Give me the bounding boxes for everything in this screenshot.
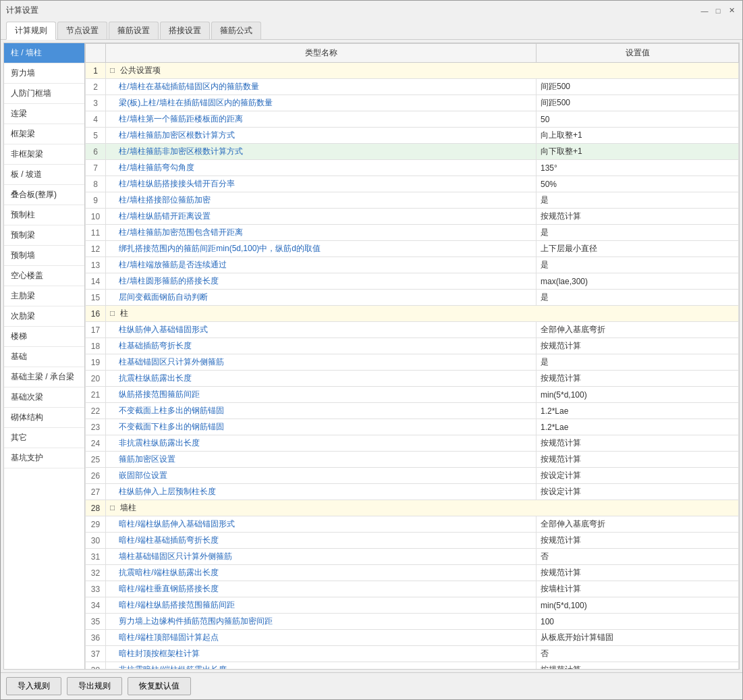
sidebar-item-hollow-floor[interactable]: 空心楼盖 bbox=[4, 266, 84, 286]
close-button[interactable]: ✕ bbox=[726, 5, 737, 16]
table-row[interactable]: 13 柱/墙柱端放箍筋是否连续通过 是 bbox=[86, 257, 739, 273]
table-row[interactable]: 10 柱/墙柱纵筋错开距离设置 按规范计算 bbox=[86, 209, 739, 225]
row-property-value[interactable]: 是 bbox=[536, 192, 739, 209]
collapse-icon[interactable]: □ bbox=[110, 308, 115, 318]
row-property-value[interactable]: 否 bbox=[536, 646, 739, 662]
tab-stirrup-formula[interactable]: 箍筋公式 bbox=[211, 22, 261, 39]
table-row[interactable]: 31 墙柱基础锚固区只计算外侧箍筋 否 bbox=[86, 549, 739, 565]
row-property-value[interactable]: 按墙柱计算 bbox=[536, 581, 739, 597]
row-property-value[interactable]: 上下层最小直径 bbox=[536, 241, 739, 257]
row-property-value[interactable]: 1.2*Lae bbox=[536, 403, 739, 419]
table-row[interactable]: 32 抗震暗柱/端柱纵筋露出长度 按规范计算 bbox=[86, 565, 739, 581]
row-property-value[interactable]: 100 bbox=[536, 614, 739, 630]
sidebar-item-foundation-main-beam[interactable]: 基础主梁 / 承台梁 bbox=[4, 367, 84, 387]
row-property-value[interactable]: 按设定计算 bbox=[536, 484, 739, 500]
row-property-value[interactable]: 按规范计算 bbox=[536, 209, 739, 225]
row-property-value[interactable]: min(5*d,100) bbox=[536, 387, 739, 403]
table-row[interactable]: 3 梁(板)上柱/墙柱在插筋锚固区内的箍筋数量 间距500 bbox=[86, 95, 739, 111]
row-property-value[interactable]: 按规范计算 bbox=[536, 565, 739, 581]
row-property-value[interactable]: 按规范计算 bbox=[536, 452, 739, 468]
table-row[interactable]: 9 柱/墙柱搭接部位箍筋加密 是 bbox=[86, 192, 739, 209]
row-property-value[interactable]: 50 bbox=[536, 111, 739, 128]
sidebar-item-foundation[interactable]: 基础 bbox=[4, 347, 84, 367]
table-row[interactable]: 1 □ 公共设置项 bbox=[86, 63, 739, 79]
sidebar-item-column-wall[interactable]: 柱 / 墙柱 bbox=[4, 43, 84, 63]
row-property-value[interactable]: 是 bbox=[536, 257, 739, 273]
sidebar-item-shear-wall[interactable]: 剪力墙 bbox=[4, 63, 84, 84]
table-row[interactable]: 20 抗震柱纵筋露出长度 按规范计算 bbox=[86, 371, 739, 387]
table-row[interactable]: 24 非抗震柱纵筋露出长度 按规范计算 bbox=[86, 435, 739, 452]
table-row[interactable]: 36 暗柱/端柱顶部锚固计算起点 从板底开始计算锚固 bbox=[86, 630, 739, 646]
table-row[interactable]: 29 暗柱/端柱纵筋伸入基础锚固形式 全部伸入基底弯折 bbox=[86, 516, 739, 533]
table-row[interactable]: 34 暗柱/端柱纵筋搭接范围箍筋间距 min(5*d,100) bbox=[86, 597, 739, 614]
row-property-value[interactable]: 是 bbox=[536, 290, 739, 306]
table-row[interactable]: 38 非抗震暗柱/端柱纵筋露出长度 按规范计算 bbox=[86, 662, 739, 670]
row-property-value[interactable]: max(lae,300) bbox=[536, 273, 739, 290]
row-property-value[interactable]: 否 bbox=[536, 549, 739, 565]
row-property-value[interactable]: 50% bbox=[536, 176, 739, 192]
table-row[interactable]: 18 柱基础插筋弯折长度 按规范计算 bbox=[86, 338, 739, 354]
sidebar-item-slab-slope[interactable]: 板 / 坡道 bbox=[4, 165, 84, 185]
table-row[interactable]: 27 柱纵筋伸入上层预制柱长度 按设定计算 bbox=[86, 484, 739, 500]
row-property-value[interactable]: 按规范计算 bbox=[536, 338, 739, 354]
table-row[interactable]: 5 柱/墙柱箍筋加密区根数计算方式 向上取整+1 bbox=[86, 128, 739, 144]
sidebar-item-civil-defense[interactable]: 人防门框墙 bbox=[4, 84, 84, 104]
table-row[interactable]: 23 不变截面下柱多出的钢筋锚固 1.2*Lae bbox=[86, 419, 739, 435]
row-property-value[interactable]: 从板底开始计算锚固 bbox=[536, 630, 739, 646]
sidebar-item-precast-beam[interactable]: 预制梁 bbox=[4, 225, 84, 246]
table-row[interactable]: 15 层间变截面钢筋自动判断 是 bbox=[86, 290, 739, 306]
row-property-value[interactable]: 按设定计算 bbox=[536, 468, 739, 484]
sidebar-item-others[interactable]: 其它 bbox=[4, 428, 84, 448]
sidebar-item-frame-beam[interactable]: 框架梁 bbox=[4, 124, 84, 144]
row-property-value[interactable]: 按规范计算 bbox=[536, 435, 739, 452]
export-rules-button[interactable]: 导出规则 bbox=[67, 677, 122, 695]
table-row[interactable]: 21 纵筋搭接范围箍筋间距 min(5*d,100) bbox=[86, 387, 739, 403]
row-property-value[interactable]: 按规范计算 bbox=[536, 371, 739, 387]
row-property-value[interactable]: 全部伸入基底弯折 bbox=[536, 516, 739, 533]
import-rules-button[interactable]: 导入规则 bbox=[6, 677, 61, 695]
table-row[interactable]: 35 剪力墙上边缘构件插筋范围内箍筋加密间距 100 bbox=[86, 614, 739, 630]
row-property-value[interactable]: 按规范计算 bbox=[536, 533, 739, 549]
maximize-button[interactable]: □ bbox=[713, 5, 723, 16]
table-row[interactable]: 30 暗柱/端柱基础插筋弯折长度 按规范计算 bbox=[86, 533, 739, 549]
tab-lap-settings[interactable]: 搭接设置 bbox=[160, 22, 210, 39]
sidebar-item-pit-support[interactable]: 基坑支护 bbox=[4, 448, 84, 468]
minimize-button[interactable]: — bbox=[699, 5, 710, 16]
sidebar-item-secondary-rib-beam[interactable]: 次肋梁 bbox=[4, 306, 84, 327]
collapse-icon[interactable]: □ bbox=[110, 503, 115, 512]
row-property-value[interactable]: 向下取整+1 bbox=[536, 144, 739, 160]
table-row[interactable]: 28 □ 墙柱 bbox=[86, 500, 739, 516]
row-property-value[interactable]: 1.2*Lae bbox=[536, 419, 739, 435]
sidebar-item-main-rib-beam[interactable]: 主肋梁 bbox=[4, 286, 84, 306]
tab-node-settings[interactable]: 节点设置 bbox=[57, 22, 107, 39]
sidebar-item-composite-slab[interactable]: 叠合板(整厚) bbox=[4, 185, 84, 205]
table-row[interactable]: 26 嵌固部位设置 按设定计算 bbox=[86, 468, 739, 484]
row-property-value[interactable]: 是 bbox=[536, 354, 739, 371]
row-property-value[interactable]: 是 bbox=[536, 225, 739, 241]
restore-defaults-button[interactable]: 恢复默认值 bbox=[128, 677, 191, 695]
table-row[interactable]: 6 柱/墙柱箍筋非加密区根数计算方式 向下取整+1 bbox=[86, 144, 739, 160]
tab-stirrup-settings[interactable]: 箍筋设置 bbox=[109, 22, 159, 39]
sidebar-item-precast-column[interactable]: 预制柱 bbox=[4, 205, 84, 225]
table-row[interactable]: 19 柱基础锚固区只计算外侧箍筋 是 bbox=[86, 354, 739, 371]
sidebar-item-stair[interactable]: 楼梯 bbox=[4, 327, 84, 347]
sidebar-item-masonry[interactable]: 砌体结构 bbox=[4, 408, 84, 428]
tab-calc-rules[interactable]: 计算规则 bbox=[6, 22, 56, 40]
table-row[interactable]: 14 柱/墙柱圆形箍筋的搭接长度 max(lae,300) bbox=[86, 273, 739, 290]
table-row[interactable]: 12 绑扎搭接范围内的箍筋间距min(5d,100)中，纵筋d的取值 上下层最小… bbox=[86, 241, 739, 257]
sidebar-item-non-frame-beam[interactable]: 非框架梁 bbox=[4, 144, 84, 165]
table-row[interactable]: 2 柱/墙柱在基础插筋锚固区内的箍筋数量 间距500 bbox=[86, 79, 739, 95]
table-row[interactable]: 8 柱/墙柱纵筋搭接接头错开百分率 50% bbox=[86, 176, 739, 192]
row-property-value[interactable]: 向上取整+1 bbox=[536, 128, 739, 144]
sidebar-item-precast-wall[interactable]: 预制墙 bbox=[4, 246, 84, 266]
table-row[interactable]: 22 不变截面上柱多出的钢筋锚固 1.2*Lae bbox=[86, 403, 739, 419]
row-property-value[interactable]: 全部伸入基底弯折 bbox=[536, 322, 739, 338]
table-row[interactable]: 16 □ 柱 bbox=[86, 306, 739, 322]
row-property-value[interactable]: min(5*d,100) bbox=[536, 597, 739, 614]
row-property-value[interactable]: 按规范计算 bbox=[536, 662, 739, 670]
row-property-value[interactable]: 间距500 bbox=[536, 79, 739, 95]
row-property-value[interactable]: 135° bbox=[536, 160, 739, 176]
table-row[interactable]: 17 柱纵筋伸入基础锚固形式 全部伸入基底弯折 bbox=[86, 322, 739, 338]
table-row[interactable]: 33 暗柱/端柱垂直钢筋搭接长度 按墙柱计算 bbox=[86, 581, 739, 597]
table-row[interactable]: 4 柱/墙柱第一个箍筋距楼板面的距离 50 bbox=[86, 111, 739, 128]
